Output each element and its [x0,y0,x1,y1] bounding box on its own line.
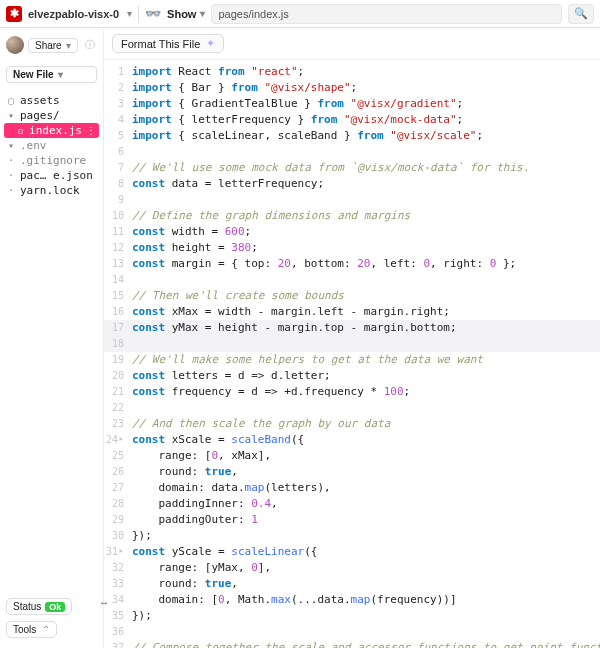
code-line[interactable]: 29 paddingOuter: 1 [104,512,600,528]
code-line[interactable]: 30}); [104,528,600,544]
avatar[interactable] [6,36,24,54]
line-number: 23 [104,416,132,432]
code-line[interactable]: 8const data = letterFrequency; [104,176,600,192]
status-button[interactable]: Status Ok [6,598,72,615]
line-content: domain: data.map(letters), [132,480,331,496]
line-content: const frequency = d => +d.frequency * 10… [132,384,410,400]
code-line[interactable]: 13const margin = { top: 20, bottom: 20, … [104,256,600,272]
line-number: 32 [104,560,132,576]
line-content: // Then we'll create some bounds [132,288,344,304]
code-line[interactable]: 23// And then scale the graph by our dat… [104,416,600,432]
path-text: pages/index.js [218,8,288,20]
more-icon[interactable]: ⋮ [86,125,97,136]
share-button[interactable]: Share ▾ [28,38,78,53]
line-content: // Define the graph dimensions and margi… [132,208,410,224]
tools-button[interactable]: Tools ⌃ [6,621,57,638]
tree-label: index.js [29,124,82,137]
glasses-icon: 👓 [145,6,161,21]
tree-file-env[interactable]: ▾.env [4,138,99,153]
code-line[interactable]: 3import { GradientTealBlue } from "@visx… [104,96,600,112]
line-number: 19 [104,352,132,368]
line-number: 20 [104,368,132,384]
line-number: 18 [104,336,132,352]
code-line[interactable]: 34 domain: [0, Math.max(...data.map(freq… [104,592,600,608]
code-line[interactable]: 20const letters = d => d.letter; [104,368,600,384]
info-icon[interactable]: ⓘ [85,38,95,52]
search-button[interactable]: 🔍 [568,4,594,24]
line-number: 35 [104,608,132,624]
line-number: 37 [104,640,132,648]
tree-folder-pages[interactable]: ▾pages/ [4,108,99,123]
code-line[interactable]: 5import { scaleLinear, scaleBand } from … [104,128,600,144]
line-content: // We'll make some helpers to get at the… [132,352,483,368]
line-content: paddingInner: 0.4, [132,496,278,512]
line-content: // We'll use some mock data from `@visx/… [132,160,529,176]
code-line[interactable]: 25 range: [0, xMax], [104,448,600,464]
code-line[interactable]: 11const width = 600; [104,224,600,240]
tree-label: .gitignore [20,154,86,167]
code-line[interactable]: 16const xMax = width - margin.left - mar… [104,304,600,320]
chevron-up-icon: ⌃ [42,624,50,635]
resize-handle-icon[interactable]: ↔ [99,597,109,608]
new-file-button[interactable]: New File ▾ [6,66,97,83]
code-line[interactable]: 28 paddingInner: 0.4, [104,496,600,512]
line-number: 36 [104,624,132,640]
code-line[interactable]: 19// We'll make some helpers to get at t… [104,352,600,368]
line-number: 25 [104,448,132,464]
topbar: ✱ elvezpablo-visx-0 ▾ 👓 Show ▾ pages/ind… [0,0,600,28]
editor: Format This File ✦ 1import React from "r… [104,28,600,648]
line-number: 7 [104,160,132,176]
line-content: const yScale = scaleLinear({ [132,544,317,560]
code-line[interactable]: 31‣const yScale = scaleLinear({ [104,544,600,560]
project-name[interactable]: elvezpablo-visx-0 [28,8,119,20]
tree-file-yarnlock[interactable]: ·yarn.lock [4,183,99,198]
line-number: 9 [104,192,132,208]
code-line[interactable]: 9 [104,192,600,208]
chevron-down-icon: ▾ [58,69,63,80]
code-line[interactable]: 15// Then we'll create some bounds [104,288,600,304]
format-file-button[interactable]: Format This File ✦ [112,34,224,53]
tree-folder-assets[interactable]: ▢assets [4,93,99,108]
code-line[interactable]: 17const yMax = height - margin.top - mar… [104,320,600,336]
code-line[interactable]: 27 domain: data.map(letters), [104,480,600,496]
line-number: 31‣ [104,544,132,560]
line-number: 21 [104,384,132,400]
sparkle-icon: ✦ [206,37,215,50]
code-line[interactable]: 1import React from "react"; [104,64,600,80]
line-number: 10 [104,208,132,224]
code-line[interactable]: 36 [104,624,600,640]
line-content: const width = 600; [132,224,251,240]
code-line[interactable]: 14 [104,272,600,288]
code-line[interactable]: 37// Compose together the scale and acce… [104,640,600,648]
file-icon: ▾ [6,140,16,151]
code-line[interactable]: 21const frequency = d => +d.frequency * … [104,384,600,400]
folder-open-icon: ▾ [6,110,16,121]
code-line[interactable]: 6 [104,144,600,160]
code-line[interactable]: 7// We'll use some mock data from `@visx… [104,160,600,176]
show-dropdown[interactable]: Show ▾ [167,8,205,20]
chevron-down-icon: ▾ [200,8,205,19]
tree-file-index[interactable]: ▫index.js⋮ [4,123,99,138]
path-input[interactable]: pages/index.js [211,4,562,24]
code-line[interactable]: 33 round: true, [104,576,600,592]
line-number: 13 [104,256,132,272]
line-content: import { letterFrequency } from "@visx/m… [132,112,463,128]
tree-file-package[interactable]: ·pac… e.json [4,168,99,183]
chevron-down-icon[interactable]: ▾ [127,8,132,19]
code-line[interactable]: 22 [104,400,600,416]
code-line[interactable]: 32 range: [yMax, 0], [104,560,600,576]
code-line[interactable]: 26 round: true, [104,464,600,480]
code-line[interactable]: 18 [104,336,600,352]
code-line[interactable]: 12const height = 380; [104,240,600,256]
code-line[interactable]: 4import { letterFrequency } from "@visx/… [104,112,600,128]
code-line[interactable]: 35}); [104,608,600,624]
code-line[interactable]: 10// Define the graph dimensions and mar… [104,208,600,224]
line-content: // Compose together the scale and access… [132,640,600,648]
tree-file-gitignore[interactable]: ·.gitignore [4,153,99,168]
tree-label: yarn.lock [20,184,80,197]
line-number: 3 [104,96,132,112]
line-number: 4 [104,112,132,128]
code-line[interactable]: 24‣const xScale = scaleBand({ [104,432,600,448]
code-line[interactable]: 2import { Bar } from "@visx/shape"; [104,80,600,96]
code-area[interactable]: 1import React from "react";2import { Bar… [104,60,600,648]
